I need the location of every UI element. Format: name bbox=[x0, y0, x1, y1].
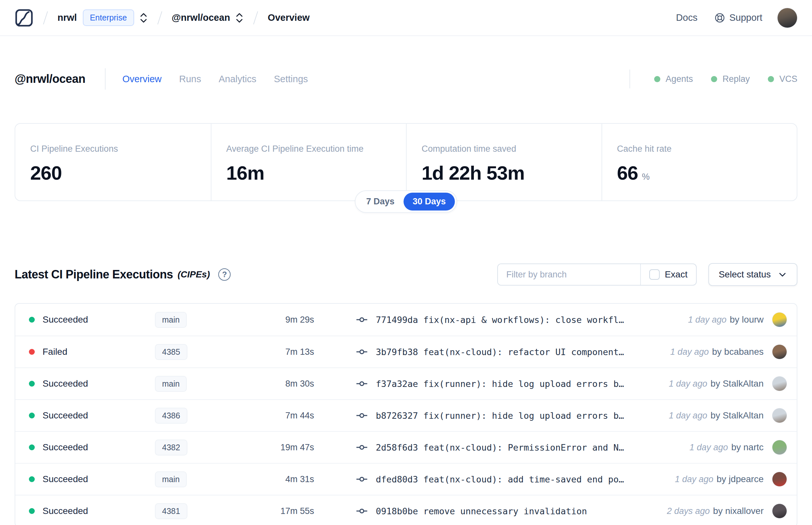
stat-label: Cache hit rate bbox=[617, 144, 782, 154]
branch-badge[interactable]: 4386 bbox=[155, 408, 187, 424]
feature-label: Replay bbox=[722, 74, 750, 84]
feature-status-vcs[interactable]: VCS bbox=[768, 74, 797, 84]
feature-status-group: AgentsReplayVCS bbox=[629, 70, 797, 88]
table-row[interactable]: Succeeded 4381 17m 55s 0918b0be remove u… bbox=[15, 495, 797, 525]
nx-cloud-logo-icon[interactable] bbox=[15, 9, 33, 27]
org-selector-icon[interactable] bbox=[139, 12, 148, 24]
status-cell: Succeeded bbox=[25, 410, 155, 421]
time-ago: 1 day ago bbox=[669, 411, 707, 421]
duration: 19m 47s bbox=[230, 442, 314, 452]
tab-overview[interactable]: Overview bbox=[122, 74, 162, 85]
table-row[interactable]: Succeeded 4382 19m 47s 2d58f6d3 feat(nx-… bbox=[15, 431, 797, 463]
author: by bcabanes bbox=[712, 347, 764, 357]
commit-link[interactable]: 2d58f6d3 feat(nx-cloud): PermissionError… bbox=[376, 442, 624, 452]
branch-badge[interactable]: main bbox=[155, 376, 187, 392]
status-dot bbox=[768, 76, 774, 82]
table-row[interactable]: Succeeded main 4m 31s dfed80d3 feat(nx-c… bbox=[15, 463, 797, 495]
commit-link[interactable]: 3b79fb38 feat(nx-cloud): refactor UI com… bbox=[376, 347, 624, 357]
status-cell: Succeeded bbox=[25, 442, 155, 452]
branch-cell: main bbox=[155, 376, 230, 392]
duration: 7m 13s bbox=[230, 347, 314, 357]
stats-section: CI Pipeline Executions 260 Average CI Pi… bbox=[15, 123, 797, 201]
stat-card: Average CI Pipeline Execution time 16m bbox=[211, 124, 406, 200]
feature-status-replay[interactable]: Replay bbox=[711, 74, 750, 84]
commit-link[interactable]: 771499da fix(nx-api & workflows): close … bbox=[376, 315, 624, 325]
help-icon[interactable]: ? bbox=[218, 268, 231, 281]
status-dot bbox=[29, 317, 35, 322]
range-option-30-days[interactable]: 30 Days bbox=[403, 193, 455, 211]
author: by StalkAltan bbox=[711, 410, 764, 421]
workspace-title: @nrwl/ocean bbox=[15, 72, 86, 86]
git-commit-icon bbox=[356, 346, 368, 358]
support-link[interactable]: Support bbox=[714, 12, 762, 24]
tab-settings[interactable]: Settings bbox=[274, 74, 308, 85]
cipe-section-header: Latest CI Pipeline Executions (CIPEs) ? … bbox=[15, 261, 797, 287]
status-dot bbox=[654, 76, 660, 82]
exact-checkbox[interactable] bbox=[649, 269, 660, 280]
table-row[interactable]: Succeeded 4386 7m 44s b8726327 fix(runne… bbox=[15, 399, 797, 431]
commit-cell: 2d58f6d3 feat(nx-cloud): PermissionError… bbox=[356, 441, 624, 453]
status-dot bbox=[29, 412, 35, 418]
branch-badge[interactable]: main bbox=[155, 471, 187, 487]
stat-suffix: % bbox=[642, 172, 649, 182]
meta-cell: 1 day ago by StalkAltan bbox=[669, 376, 787, 391]
branch-cell: 4382 bbox=[155, 439, 230, 455]
status-dot bbox=[29, 349, 35, 355]
meta-cell: 1 day ago by StalkAltan bbox=[669, 408, 787, 423]
time-ago: 1 day ago bbox=[690, 442, 728, 452]
table-row[interactable]: Succeeded main 9m 29s 771499da fix(nx-ap… bbox=[15, 304, 797, 335]
branch-badge[interactable]: 4385 bbox=[155, 344, 187, 360]
workspace-selector-icon[interactable] bbox=[235, 12, 244, 24]
cipe-section-title: Latest CI Pipeline Executions bbox=[15, 268, 173, 281]
select-status-button[interactable]: Select status bbox=[708, 263, 797, 286]
meta-cell: 2 days ago by nixallover bbox=[667, 504, 787, 519]
stat-value: 16m bbox=[226, 162, 392, 184]
breadcrumb-separator bbox=[43, 11, 48, 24]
duration: 17m 55s bbox=[230, 506, 314, 516]
git-commit-icon bbox=[356, 505, 368, 517]
status-cell: Failed bbox=[25, 347, 155, 357]
time-ago: 1 day ago bbox=[675, 474, 714, 484]
enterprise-badge: Enterprise bbox=[83, 10, 134, 26]
stat-label: Average CI Pipeline Execution time bbox=[226, 144, 392, 154]
cipe-section-suffix: (CIPEs) bbox=[178, 269, 210, 280]
branch-filter-input[interactable] bbox=[498, 264, 640, 285]
status-dot bbox=[711, 76, 717, 82]
stat-card: CI Pipeline Executions 260 bbox=[15, 124, 211, 200]
commit-link[interactable]: 0918b0be remove unnecessary invalidation bbox=[376, 506, 587, 516]
tab-analytics[interactable]: Analytics bbox=[219, 74, 256, 85]
avatar bbox=[772, 376, 787, 391]
table-row[interactable]: Failed 4385 7m 13s 3b79fb38 feat(nx-clou… bbox=[15, 335, 797, 368]
lifebuoy-icon bbox=[714, 12, 725, 24]
breadcrumb-org[interactable]: nrwl bbox=[58, 12, 77, 23]
stat-label: Computation time saved bbox=[422, 144, 586, 154]
feature-status-agents[interactable]: Agents bbox=[654, 74, 693, 84]
duration: 7m 44s bbox=[230, 411, 314, 421]
range-option-7-days[interactable]: 7 Days bbox=[357, 193, 403, 211]
nx-cloud-overview-page: nrwl Enterprise @nrwl/ocean Overview Doc… bbox=[0, 0, 812, 525]
commit-link[interactable]: dfed80d3 feat(nx-cloud): add time-saved … bbox=[376, 474, 624, 484]
branch-badge[interactable]: 4382 bbox=[155, 439, 187, 455]
table-row[interactable]: Succeeded main 8m 30s f37a32ae fix(runne… bbox=[15, 368, 797, 399]
branch-filter-group: Exact bbox=[497, 264, 697, 286]
branch-badge[interactable]: main bbox=[155, 312, 187, 328]
commit-link[interactable]: f37a32ae fix(runner): hide log upload er… bbox=[376, 379, 624, 389]
top-navbar: nrwl Enterprise @nrwl/ocean Overview Doc… bbox=[0, 0, 812, 36]
exact-filter: Exact bbox=[640, 264, 696, 285]
cipe-table: Succeeded main 9m 29s 771499da fix(nx-ap… bbox=[15, 303, 797, 525]
commit-cell: 3b79fb38 feat(nx-cloud): refactor UI com… bbox=[356, 346, 624, 358]
exact-label: Exact bbox=[665, 269, 688, 280]
user-avatar[interactable] bbox=[777, 8, 797, 28]
chevron-down-icon bbox=[778, 270, 787, 279]
breadcrumb-workspace[interactable]: @nrwl/ocean bbox=[172, 12, 230, 23]
tab-runs[interactable]: Runs bbox=[179, 74, 201, 85]
workspace-tabs: OverviewRunsAnalyticsSettings bbox=[122, 74, 308, 85]
commit-link[interactable]: b8726327 fix(runner): hide log upload er… bbox=[376, 411, 624, 421]
docs-link[interactable]: Docs bbox=[676, 12, 698, 23]
breadcrumb-separator bbox=[253, 11, 258, 24]
date-range-toggle: 7 Days30 Days bbox=[355, 190, 457, 213]
avatar bbox=[772, 472, 787, 487]
status-label: Succeeded bbox=[43, 314, 88, 325]
branch-badge[interactable]: 4381 bbox=[155, 503, 187, 519]
status-dot bbox=[29, 476, 35, 482]
